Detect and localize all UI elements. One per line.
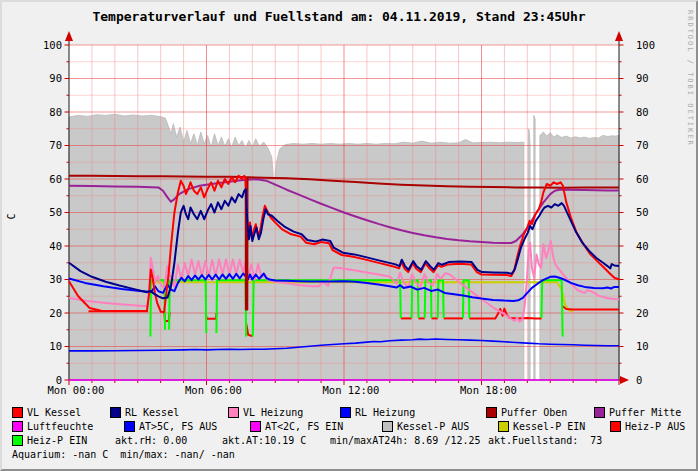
legend-item-vl-heizung: VL Heizung bbox=[228, 407, 303, 418]
legend-swatch bbox=[124, 421, 135, 432]
svg-text:40: 40 bbox=[49, 240, 62, 252]
legend-item-kessel-p-ein: Kessel-P EIN bbox=[498, 421, 585, 432]
svg-text:70: 70 bbox=[636, 139, 649, 151]
svg-text:60: 60 bbox=[636, 173, 649, 185]
legend-swatch bbox=[486, 407, 497, 418]
legend-swatch bbox=[12, 421, 23, 432]
svg-text:20: 20 bbox=[49, 307, 62, 319]
svg-text:90: 90 bbox=[49, 72, 62, 84]
legend-swatch bbox=[340, 407, 351, 418]
legend-item-rl-kessel: RL Kessel bbox=[110, 407, 179, 418]
svg-text:50: 50 bbox=[49, 206, 62, 218]
legend-item-heiz-p-ein: Heiz-P EIN bbox=[12, 435, 87, 446]
legend-label: RL Kessel bbox=[125, 407, 179, 418]
svg-text:Mon 00:00: Mon 00:00 bbox=[48, 384, 105, 396]
svg-text:10: 10 bbox=[49, 340, 62, 352]
legend-swatch bbox=[228, 407, 239, 418]
svg-text:70: 70 bbox=[49, 139, 62, 151]
svg-text:Mon 06:00: Mon 06:00 bbox=[185, 384, 242, 396]
legend-label: Puffer Mitte bbox=[609, 407, 681, 418]
legend-item-at-lt2: AT<2C, FS EIN bbox=[250, 421, 343, 432]
svg-text:Mon 18:00: Mon 18:00 bbox=[460, 384, 517, 396]
graph-frame: Temperaturverlauf und Fuellstand am: 04.… bbox=[0, 0, 698, 471]
legend-item-puffer-oben: Puffer Oben bbox=[486, 407, 567, 418]
svg-text:100: 100 bbox=[43, 39, 62, 51]
svg-text:20: 20 bbox=[636, 307, 649, 319]
svg-text:0: 0 bbox=[636, 374, 642, 386]
legend-swatch bbox=[250, 421, 261, 432]
legend-item-puffer-mitte: Puffer Mitte bbox=[594, 407, 681, 418]
svg-text:60: 60 bbox=[49, 173, 62, 185]
svg-text:30: 30 bbox=[636, 273, 649, 285]
stat-aquarium: Aquarium: -nan C min/max: -nan/ -nan bbox=[12, 449, 235, 460]
legend-item-at-gt5: AT>5C, FS AUS bbox=[124, 421, 217, 432]
legend-item-kessel-p-aus: Kessel-P AUS bbox=[382, 421, 469, 432]
legend-item-vl-kessel: VL Kessel bbox=[12, 407, 81, 418]
svg-text:100: 100 bbox=[636, 39, 655, 51]
legend-label: Kessel-P AUS bbox=[397, 421, 469, 432]
svg-text:40: 40 bbox=[636, 240, 649, 252]
legend-swatch bbox=[610, 421, 621, 432]
legend-item-luftfeuchte: Luftfeuchte bbox=[12, 421, 93, 432]
legend-label: VL Kessel bbox=[27, 407, 81, 418]
legend-swatch bbox=[382, 421, 393, 432]
legend-label: VL Heizung bbox=[243, 407, 303, 418]
svg-text:80: 80 bbox=[49, 106, 62, 118]
legend-label: AT>5C, FS AUS bbox=[139, 421, 217, 432]
stat-fuellstand: akt.Fuellstand: 73 bbox=[488, 435, 602, 446]
stat-minmax-at: min/maxAT24h: 8.69 /12.25 bbox=[330, 435, 481, 446]
svg-text:10: 10 bbox=[636, 340, 649, 352]
svg-text:Mon 12:00: Mon 12:00 bbox=[323, 384, 380, 396]
svg-text:50: 50 bbox=[636, 206, 649, 218]
legend-label: RL Heizung bbox=[355, 407, 415, 418]
svg-text:30: 30 bbox=[49, 273, 62, 285]
legend-label: Heiz-P AUS bbox=[625, 421, 685, 432]
svg-text:90: 90 bbox=[636, 72, 649, 84]
legend-label: Kessel-P EIN bbox=[513, 421, 585, 432]
stat-akt-rh: akt.rH: 0.00 bbox=[115, 435, 187, 446]
legend-swatch bbox=[110, 407, 121, 418]
legend-item-rl-heizung: RL Heizung bbox=[340, 407, 415, 418]
legend-swatch bbox=[12, 407, 23, 418]
chart-canvas: 0010102020303040405050606070708080909010… bbox=[2, 2, 698, 471]
legend-label: Luftfeuchte bbox=[27, 421, 93, 432]
legend-label: Heiz-P EIN bbox=[27, 435, 87, 446]
legend-swatch bbox=[12, 435, 23, 446]
rrdtool-watermark: RRDTOOL / TOBI OETIKER bbox=[686, 10, 694, 147]
stat-akt-at: akt.AT:10.19 C bbox=[222, 435, 306, 446]
legend-swatch bbox=[498, 421, 509, 432]
svg-text:80: 80 bbox=[636, 106, 649, 118]
legend-swatch bbox=[594, 407, 605, 418]
legend-label: AT<2C, FS EIN bbox=[265, 421, 343, 432]
legend-item-heiz-p-aus: Heiz-P AUS bbox=[610, 421, 685, 432]
legend-label: Puffer Oben bbox=[501, 407, 567, 418]
